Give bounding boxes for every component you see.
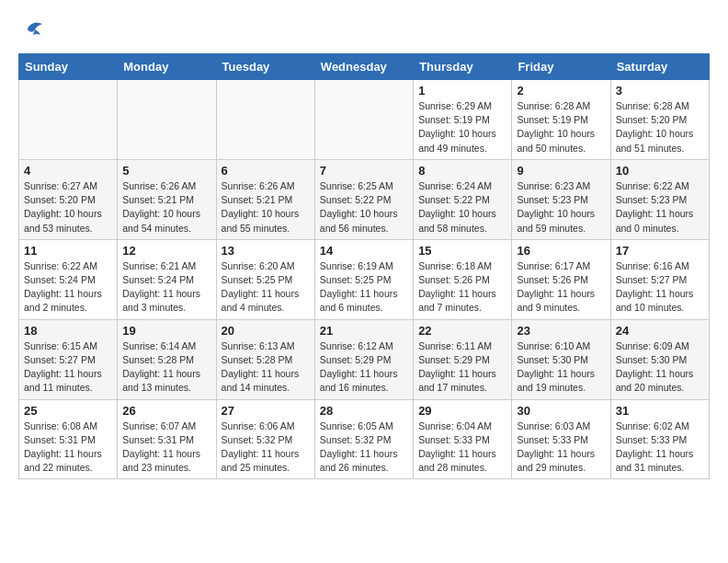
day-number: 3 [616,84,704,98]
day-info: Sunrise: 6:13 AMSunset: 5:28 PMDaylight:… [222,339,310,396]
calendar-day-cell [216,80,314,160]
calendar-day-cell: 20Sunrise: 6:13 AMSunset: 5:28 PMDayligh… [216,319,314,399]
calendar-day-cell: 1Sunrise: 6:29 AMSunset: 5:19 PMDaylight… [414,80,512,160]
calendar-week-row: 18Sunrise: 6:15 AMSunset: 5:27 PMDayligh… [19,319,710,399]
calendar-day-cell: 29Sunrise: 6:04 AMSunset: 5:33 PMDayligh… [414,399,512,479]
day-number: 25 [24,404,112,418]
sunset-text: Sunset: 5:21 PM [122,194,194,205]
calendar-day-cell: 10Sunrise: 6:22 AMSunset: 5:23 PMDayligh… [610,159,709,239]
day-info: Sunrise: 6:25 AMSunset: 5:22 PMDaylight:… [320,179,408,236]
calendar-day-cell: 17Sunrise: 6:16 AMSunset: 5:27 PMDayligh… [610,239,709,319]
sunrise-text: Sunrise: 6:26 AM [222,180,295,191]
day-info: Sunrise: 6:06 AMSunset: 5:32 PMDaylight:… [222,419,310,476]
daylight-text: Daylight: 11 hours and 20 minutes. [616,368,694,393]
sunrise-text: Sunrise: 6:02 AM [616,420,689,431]
day-info: Sunrise: 6:20 AMSunset: 5:25 PMDaylight:… [222,259,310,316]
calendar-day-cell: 23Sunrise: 6:10 AMSunset: 5:30 PMDayligh… [512,319,610,399]
day-info: Sunrise: 6:12 AMSunset: 5:29 PMDaylight:… [320,339,408,396]
day-number: 18 [24,324,112,338]
calendar-day-cell: 31Sunrise: 6:02 AMSunset: 5:33 PMDayligh… [610,399,709,479]
daylight-text: Daylight: 10 hours and 58 minutes. [418,208,496,233]
day-info: Sunrise: 6:28 AMSunset: 5:20 PMDaylight:… [616,99,704,155]
sunrise-text: Sunrise: 6:16 AM [616,260,689,271]
day-info: Sunrise: 6:28 AMSunset: 5:19 PMDaylight:… [517,99,605,155]
calendar-day-cell: 18Sunrise: 6:15 AMSunset: 5:27 PMDayligh… [19,319,118,399]
day-info: Sunrise: 6:15 AMSunset: 5:27 PMDaylight:… [24,339,112,396]
day-info: Sunrise: 6:14 AMSunset: 5:28 PMDaylight:… [122,339,210,396]
calendar-table: SundayMondayTuesdayWednesdayThursdayFrid… [18,53,710,479]
daylight-text: Daylight: 11 hours and 22 minutes. [24,448,102,473]
sunrise-text: Sunrise: 6:27 AM [24,180,97,191]
col-header-tuesday: Tuesday [216,54,314,80]
calendar-day-cell: 3Sunrise: 6:28 AMSunset: 5:20 PMDaylight… [610,80,709,160]
sunrise-text: Sunrise: 6:26 AM [122,180,196,191]
day-info: Sunrise: 6:29 AMSunset: 5:19 PMDaylight:… [418,99,506,155]
calendar-day-cell: 19Sunrise: 6:14 AMSunset: 5:28 PMDayligh… [118,319,216,399]
day-info: Sunrise: 6:26 AMSunset: 5:21 PMDaylight:… [222,179,310,236]
sunrise-text: Sunrise: 6:28 AM [616,100,689,111]
calendar-day-cell: 21Sunrise: 6:12 AMSunset: 5:29 PMDayligh… [314,319,413,399]
day-number: 22 [418,324,506,338]
calendar-day-cell: 28Sunrise: 6:05 AMSunset: 5:32 PMDayligh… [314,399,413,479]
day-info: Sunrise: 6:26 AMSunset: 5:21 PMDaylight:… [122,179,210,236]
day-info: Sunrise: 6:05 AMSunset: 5:32 PMDaylight:… [320,419,408,476]
day-number: 30 [517,404,605,418]
day-info: Sunrise: 6:21 AMSunset: 5:24 PMDaylight:… [122,259,210,316]
day-number: 2 [517,84,605,98]
calendar-day-cell: 4Sunrise: 6:27 AMSunset: 5:20 PMDaylight… [19,159,118,239]
daylight-text: Daylight: 11 hours and 7 minutes. [418,288,496,313]
day-info: Sunrise: 6:03 AMSunset: 5:33 PMDaylight:… [517,419,605,476]
daylight-text: Daylight: 10 hours and 56 minutes. [320,208,398,233]
day-number: 5 [122,164,210,178]
calendar-day-cell: 7Sunrise: 6:25 AMSunset: 5:22 PMDaylight… [314,159,413,239]
day-number: 12 [122,244,210,258]
sunset-text: Sunset: 5:21 PM [222,194,293,205]
sunrise-text: Sunrise: 6:25 AM [320,180,393,191]
sunset-text: Sunset: 5:19 PM [517,114,588,125]
daylight-text: Daylight: 11 hours and 4 minutes. [222,288,300,313]
sunset-text: Sunset: 5:28 PM [222,354,293,365]
daylight-text: Daylight: 11 hours and 17 minutes. [418,368,496,393]
sunset-text: Sunset: 5:26 PM [517,274,588,285]
calendar-day-cell: 27Sunrise: 6:06 AMSunset: 5:32 PMDayligh… [216,399,314,479]
sunset-text: Sunset: 5:20 PM [24,194,96,205]
daylight-text: Daylight: 10 hours and 49 minutes. [418,128,496,153]
calendar-day-cell [314,80,413,160]
calendar-day-cell: 12Sunrise: 6:21 AMSunset: 5:24 PMDayligh… [118,239,216,319]
logo-bird-icon [20,18,46,44]
day-info: Sunrise: 6:16 AMSunset: 5:27 PMDaylight:… [616,259,704,316]
sunrise-text: Sunrise: 6:14 AM [122,340,196,351]
sunrise-text: Sunrise: 6:19 AM [320,260,393,271]
sunset-text: Sunset: 5:22 PM [320,194,392,205]
sunset-text: Sunset: 5:27 PM [616,274,688,285]
day-number: 11 [24,244,112,258]
sunset-text: Sunset: 5:30 PM [616,354,688,365]
logo [18,18,46,44]
calendar-day-cell: 13Sunrise: 6:20 AMSunset: 5:25 PMDayligh… [216,239,314,319]
daylight-text: Daylight: 11 hours and 28 minutes. [418,448,496,473]
calendar-day-cell: 26Sunrise: 6:07 AMSunset: 5:31 PMDayligh… [118,399,216,479]
sunset-text: Sunset: 5:23 PM [517,194,588,205]
sunrise-text: Sunrise: 6:11 AM [418,340,492,351]
daylight-text: Daylight: 11 hours and 29 minutes. [517,448,595,473]
calendar-day-cell: 22Sunrise: 6:11 AMSunset: 5:29 PMDayligh… [414,319,512,399]
daylight-text: Daylight: 11 hours and 19 minutes. [517,368,595,393]
sunset-text: Sunset: 5:23 PM [616,194,688,205]
sunrise-text: Sunrise: 6:12 AM [320,340,393,351]
day-info: Sunrise: 6:23 AMSunset: 5:23 PMDaylight:… [517,179,605,236]
calendar-day-cell: 11Sunrise: 6:22 AMSunset: 5:24 PMDayligh… [19,239,118,319]
calendar-day-cell: 9Sunrise: 6:23 AMSunset: 5:23 PMDaylight… [512,159,610,239]
calendar-week-row: 4Sunrise: 6:27 AMSunset: 5:20 PMDaylight… [19,159,710,239]
sunset-text: Sunset: 5:19 PM [418,114,490,125]
day-info: Sunrise: 6:09 AMSunset: 5:30 PMDaylight:… [616,339,704,396]
sunset-text: Sunset: 5:29 PM [418,354,490,365]
day-info: Sunrise: 6:10 AMSunset: 5:30 PMDaylight:… [517,339,605,396]
day-info: Sunrise: 6:04 AMSunset: 5:33 PMDaylight:… [418,419,506,476]
sunrise-text: Sunrise: 6:06 AM [222,420,295,431]
day-info: Sunrise: 6:22 AMSunset: 5:23 PMDaylight:… [616,179,704,236]
day-number: 7 [320,164,408,178]
day-number: 29 [418,404,506,418]
sunset-text: Sunset: 5:31 PM [122,434,194,445]
day-number: 26 [122,404,210,418]
day-number: 27 [222,404,310,418]
